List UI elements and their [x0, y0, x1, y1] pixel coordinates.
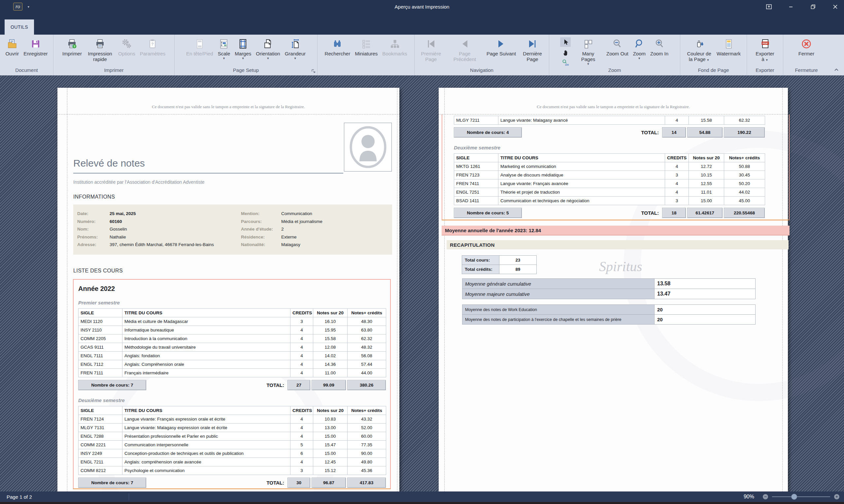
- course-cell: 45.00: [724, 197, 765, 205]
- minimize-button[interactable]: [788, 4, 794, 10]
- course-row: BSAD 1411Communication et techniques de …: [454, 197, 765, 205]
- save-button[interactable]: Enregistrer: [21, 36, 50, 57]
- course-row: COMM 2221Communication interpersonnelle5…: [78, 441, 386, 449]
- scale-button[interactable]: Scale ▼: [215, 36, 233, 61]
- info-label: Numéro:: [77, 218, 110, 226]
- preview-canvas[interactable]: Ce document n'est pas valide sans le tam…: [0, 75, 844, 491]
- right-margin-guide: [397, 88, 398, 491]
- svg-text:100: 100: [565, 63, 569, 66]
- course-cell: MLGY 7131: [78, 424, 122, 432]
- course-cell: Langue vivante: Malagasy avancé: [498, 116, 665, 125]
- total-credits: 14: [662, 127, 686, 138]
- course-cell: MEDI 1120: [78, 317, 122, 326]
- info-label: Année d'étude:: [241, 225, 281, 233]
- quick-print-button[interactable]: Impression rapide: [84, 36, 116, 63]
- dialog-launcher-icon[interactable]: [311, 69, 316, 74]
- hand-tool-button[interactable]: [560, 48, 571, 57]
- course-count-box: Nombre de cours: 4: [454, 127, 522, 138]
- course-cell: 90.00: [348, 449, 386, 458]
- zoom-button[interactable]: Zoom ▼: [631, 36, 648, 61]
- many-pages-button[interactable]: Many Pages ▼: [572, 36, 604, 66]
- course-cell: Langue vivante: Malagasy expression oral…: [122, 424, 291, 432]
- recap-label: Moyenne des notes de Work Education: [462, 305, 654, 315]
- total-notes-credits: 380.26: [347, 380, 386, 390]
- margins-button[interactable]: Marges ▼: [232, 36, 253, 61]
- totals-table: Total cours:23Total crédits:89: [462, 255, 537, 274]
- total-notes: 61.42617: [687, 208, 723, 218]
- zoom-out-button[interactable]: Zoom Out: [604, 36, 631, 57]
- year-box-continued: MLGY 7211Langue vivante: Malagasy avancé…: [442, 114, 790, 220]
- tab-outils[interactable]: OUTILS: [5, 19, 34, 35]
- info-row: Résidence:Externe: [241, 233, 392, 241]
- search-button[interactable]: Rechercher: [322, 36, 353, 57]
- info-row: Prénoms:Nathalie: [77, 233, 241, 241]
- quick-access-toolbar: ro ▾: [13, 3, 29, 11]
- dropdown-arrow-icon: ▼: [587, 63, 590, 66]
- course-cell: 63.80: [348, 326, 386, 335]
- zoom-icon: [634, 37, 645, 51]
- watermark-button[interactable]: Watermark: [714, 36, 743, 57]
- many-pages-icon: [583, 37, 594, 51]
- parameters-clipboard-icon: ?: [147, 37, 158, 51]
- zoom-in-button[interactable]: Zoom In: [648, 36, 671, 57]
- recap-value: 13.58: [654, 279, 756, 289]
- last-page-button[interactable]: Dernière Page: [518, 36, 547, 63]
- open-button[interactable]: Ouvrir: [3, 36, 21, 57]
- course-cell: 77.35: [348, 441, 386, 449]
- qat-dropdown-icon[interactable]: ▾: [28, 5, 29, 8]
- dropdown-arrow-icon: ▼: [766, 58, 769, 62]
- close-preview-icon: [801, 37, 812, 51]
- size-button[interactable]: Grandeur ▼: [283, 36, 308, 61]
- next-page-button[interactable]: Page Suivant: [484, 36, 518, 57]
- course-cell: Analyse de discours médiatique: [498, 171, 665, 179]
- course-cell: Français intermédiaire: [122, 369, 291, 377]
- course-row: COMM 8212Psychologie et communication315…: [78, 466, 386, 475]
- zoom-increase-button[interactable]: +: [834, 494, 839, 499]
- course-cell: INSY 2249: [78, 449, 122, 458]
- ribbon-group-imprimer: ? Imprimer Impression rapide: [53, 35, 175, 75]
- dropdown-arrow-icon: ▼: [242, 57, 245, 60]
- header-footer-button[interactable]: En tête/Pied: [184, 36, 215, 57]
- export-button[interactable]: PDF Exporter à▼: [753, 36, 777, 64]
- pointer-tool-button[interactable]: [560, 37, 571, 47]
- course-cell: 4: [291, 335, 313, 343]
- parameters-button[interactable]: ? Paramètres: [138, 36, 168, 57]
- column-header: TITRE DU COURS: [498, 154, 665, 162]
- course-cell: 12.45: [313, 458, 348, 466]
- course-cell: GCAS 9111: [78, 343, 122, 352]
- dropdown-arrow-icon: ▼: [266, 57, 269, 60]
- recap-row: Total cours:23: [462, 256, 537, 265]
- bookmarks-button[interactable]: Bookmarks: [380, 36, 409, 57]
- course-row: FREN 7411Langue vivante: Français avancé…: [454, 179, 765, 188]
- info-value: Média et journalisme: [281, 218, 322, 226]
- zoom-100-button[interactable]: 100: [560, 58, 571, 67]
- top-margin-guide: [57, 114, 399, 114]
- first-page-button[interactable]: Première Page: [417, 36, 445, 63]
- info-row: Année d'étude:2: [241, 225, 392, 233]
- course-cell: Langue vivante: Français expression oral…: [122, 415, 291, 424]
- course-cell: 50.88: [724, 162, 765, 171]
- document-title: Relevé de notes: [73, 158, 145, 169]
- zoom-percentage: 90%: [744, 494, 754, 500]
- thumbnails-button[interactable]: Miniatures: [353, 36, 380, 57]
- app-logo[interactable]: ro: [13, 3, 22, 11]
- close-icon: [833, 4, 838, 9]
- ribbon-pin-button[interactable]: [766, 4, 772, 10]
- zoom-slider[interactable]: [772, 497, 830, 497]
- collapse-ribbon-button[interactable]: [834, 67, 839, 73]
- carried-over-table: MLGY 7211Langue vivante: Malagasy avancé…: [454, 116, 765, 125]
- close-preview-button[interactable]: Fermer: [796, 36, 816, 57]
- zoom-slider-thumb[interactable]: [791, 494, 797, 500]
- page-color-button[interactable]: Couleur de la Page▼: [684, 36, 714, 64]
- close-button[interactable]: [832, 4, 838, 10]
- orientation-button[interactable]: Orientation ▼: [253, 36, 282, 61]
- options-button[interactable]: Options: [116, 36, 138, 57]
- print-button[interactable]: ? Imprimer: [60, 36, 84, 57]
- restore-button[interactable]: [810, 4, 816, 10]
- recap-value: 23: [499, 256, 537, 265]
- column-header: Notes sur 20: [313, 309, 348, 317]
- course-row: ENGL 7112Anglais: Compréhension orale414…: [78, 360, 386, 369]
- previous-page-button[interactable]: Page Précédent: [445, 36, 484, 63]
- zoom-decrease-button[interactable]: −: [763, 494, 768, 499]
- search-binoculars-icon: [332, 37, 343, 51]
